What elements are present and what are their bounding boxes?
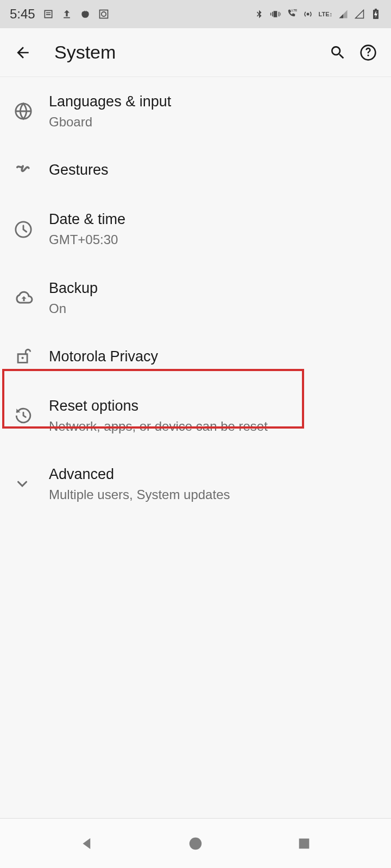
svg-point-3 — [306, 13, 309, 16]
notification-icon — [43, 9, 54, 20]
navigation-bar — [0, 818, 391, 868]
back-button[interactable] — [10, 40, 36, 66]
settings-item-datetime[interactable]: Date & time GMT+05:30 — [0, 195, 391, 263]
item-subtitle: GMT+05:30 — [49, 231, 381, 248]
content: Languages & input Gboard Gestures Date &… — [0, 77, 391, 818]
settings-item-backup[interactable]: Backup On — [0, 264, 391, 332]
clock-icon — [10, 220, 49, 239]
item-subtitle: Multiple users, System updates — [49, 486, 381, 503]
settings-item-reset[interactable]: Reset options Network, apps, or device c… — [0, 381, 391, 450]
search-button[interactable] — [325, 40, 351, 66]
svg-rect-5 — [375, 9, 377, 10]
item-subtitle: Network, apps, or device can be reset — [49, 418, 381, 435]
item-subtitle: On — [49, 300, 381, 317]
square-recent-icon — [297, 836, 312, 851]
help-button[interactable] — [355, 40, 381, 66]
search-icon — [329, 44, 346, 61]
volte-icon: LTE — [286, 9, 297, 20]
nav-home-button[interactable] — [179, 827, 212, 860]
signal-icon-1 — [338, 9, 349, 20]
restore-icon — [10, 406, 49, 425]
lte-indicator: LTE↕ — [319, 11, 332, 17]
status-right: LTE LTE↕ — [254, 9, 381, 20]
signal-icon-2 — [354, 9, 365, 20]
page-title: System — [54, 42, 320, 63]
app-bar: System — [0, 28, 391, 77]
item-title: Backup — [49, 279, 381, 298]
cloud-upload-icon — [10, 288, 49, 308]
svg-text:LTE: LTE — [292, 9, 297, 12]
chevron-down-icon — [10, 476, 49, 492]
settings-item-languages[interactable]: Languages & input Gboard — [0, 77, 391, 145]
help-icon — [360, 44, 377, 61]
status-left: 5:45 — [10, 7, 109, 22]
battery-icon — [370, 9, 381, 20]
svg-point-1 — [102, 12, 106, 16]
item-title: Date & time — [49, 210, 381, 229]
triangle-back-icon — [79, 835, 95, 852]
svg-point-9 — [21, 357, 23, 359]
hotspot-icon — [302, 9, 313, 20]
nav-recent-button[interactable] — [288, 827, 320, 860]
apple-icon — [80, 9, 91, 20]
globe-icon — [10, 102, 49, 120]
item-title: Gestures — [49, 161, 381, 180]
upload-icon — [61, 9, 72, 20]
gesture-icon — [10, 161, 49, 180]
item-title: Reset options — [49, 397, 381, 416]
settings-item-privacy[interactable]: Motorola Privacy — [0, 332, 391, 381]
item-title: Advanced — [49, 465, 381, 484]
status-bar: 5:45 LTE LTE↕ — [0, 0, 391, 28]
svg-point-10 — [190, 837, 202, 850]
square-icon — [98, 9, 109, 20]
bluetooth-icon — [254, 9, 264, 20]
lock-open-icon — [10, 347, 49, 366]
item-title: Languages & input — [49, 92, 381, 111]
item-subtitle: Gboard — [49, 113, 381, 130]
item-title: Motorola Privacy — [49, 347, 381, 366]
arrow-back-icon — [14, 44, 31, 61]
circle-home-icon — [187, 835, 204, 852]
settings-item-advanced[interactable]: Advanced Multiple users, System updates — [0, 450, 391, 518]
status-time: 5:45 — [10, 7, 35, 22]
nav-back-button[interactable] — [71, 827, 103, 860]
vibrate-icon — [270, 9, 281, 20]
svg-rect-0 — [99, 10, 108, 18]
settings-item-gestures[interactable]: Gestures — [0, 145, 391, 195]
svg-rect-11 — [299, 838, 310, 848]
